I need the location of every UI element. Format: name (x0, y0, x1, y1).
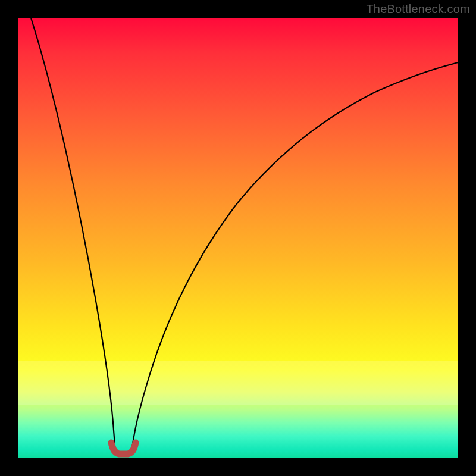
valley-marker (111, 443, 136, 454)
curve-right-branch (131, 62, 458, 453)
curve-layer (18, 18, 458, 458)
attribution-text: TheBottleneck.com (366, 2, 470, 16)
chart-frame: TheBottleneck.com (0, 0, 476, 476)
curve-left-branch (31, 18, 115, 453)
plot-area (18, 18, 458, 458)
